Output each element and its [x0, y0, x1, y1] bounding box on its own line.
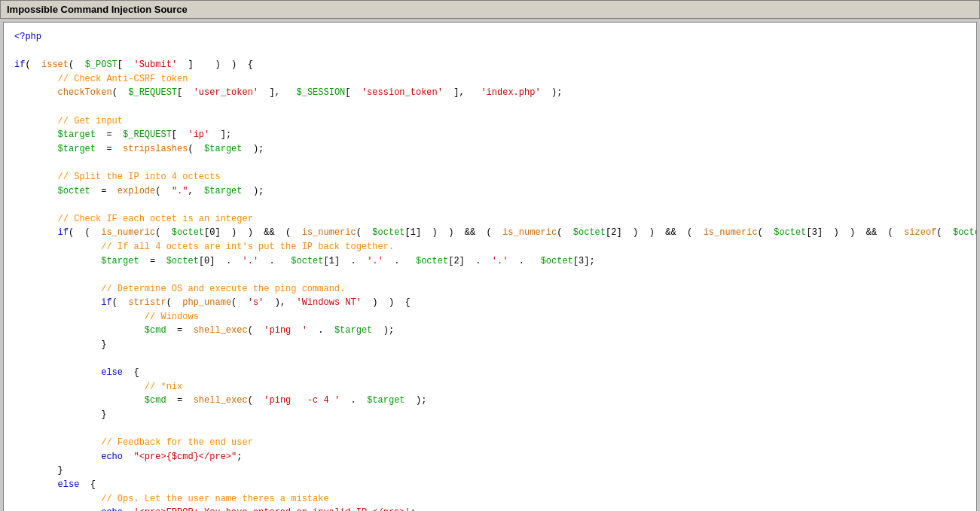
code-container: <?php if( isset( $_POST[ 'Submit' ] ) ) … [3, 22, 977, 511]
page-title: Impossible Command Injection Source [0, 0, 980, 19]
code-block: <?php if( isset( $_POST[ 'Submit' ] ) ) … [14, 30, 966, 511]
